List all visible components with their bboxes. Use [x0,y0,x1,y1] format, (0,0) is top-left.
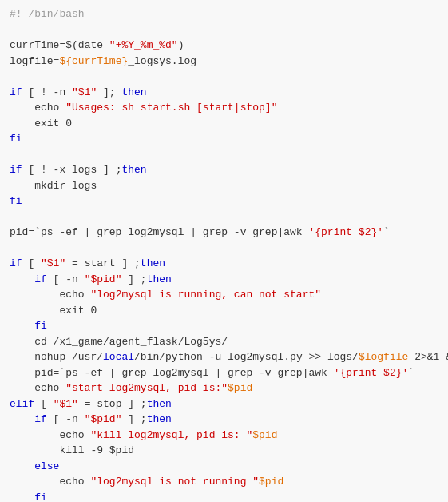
code-line: #! /bin/bash [10,6,438,22]
code-token: fi [10,133,22,145]
code-token: "$1" [41,257,65,269]
code-token: then [121,86,146,98]
code-token: = start ] ; [65,257,141,269]
code-token: [ -n [47,413,85,425]
code-token: then [147,273,172,285]
code-token: "$pid" [85,273,122,285]
code-line: fi [10,193,438,209]
code-token: if [10,273,47,285]
code-token: 2>&1 & [408,351,448,363]
code-token: '{print $2}' [308,226,383,238]
code-line: if [ ! -x logs ] ;then [10,162,438,178]
code-line: echo "Usages: sh start.sh [start|stop]" [10,100,438,116]
code-token: pid=`ps -ef | grep log2mysql | grep -v g… [10,226,308,238]
code-token: else [10,460,59,472]
code-token: [ [22,257,41,269]
code-line: echo "kill log2mysql, pid is: "$pid [10,428,438,444]
code-token: [ ! -x logs ] ; [22,164,122,176]
code-token: then [141,257,165,269]
code-token: $( [65,39,78,51]
code-line: elif [ "$1" = stop ] ;then [10,396,438,412]
code-token: "log2mysql is running, can not start" [90,289,321,301]
code-line: fi [10,131,438,147]
code-token: "Usages: sh start.sh [start|stop]" [65,102,277,114]
code-line: nohup /usr/local/bin/python -u log2mysql… [10,349,438,365]
code-token: currTime= [10,39,65,51]
code-token: then [121,164,146,176]
code-token: echo [10,102,65,114]
code-token: [ [34,398,53,410]
code-line: if [ "$1" = start ] ;then [10,256,438,272]
code-token: cd /x1_game/agent_flask/Log5ys/ [10,336,228,348]
code-token: fi [10,492,47,503]
code-token: echo [10,382,65,394]
code-line: currTime=$(date "+%Y_%m_%d") [10,38,438,54]
code-token: echo [10,476,90,488]
code-editor: #! /bin/bash currTime=$(date "+%Y_%m_%d"… [0,0,448,502]
code-token: if [10,164,22,176]
code-line: echo "log2mysql is running, can not star… [10,287,438,303]
code-token: '{print $2}' [334,367,409,379]
code-token: ) [178,39,184,51]
code-token: echo [10,429,90,441]
code-token: if [10,86,22,98]
code-line: if [ -n "$pid" ] ;then [10,272,438,288]
code-token: if [10,413,47,425]
code-line [10,69,438,85]
code-token: "$pid" [85,413,122,425]
code-line: pid=`ps -ef | grep log2mysql | grep -v g… [10,225,438,241]
code-token: then [147,398,172,410]
code-token: exit 0 [10,118,72,129]
code-token: echo [10,289,90,301]
code-token: "kill log2mysql, pid is: " [90,429,252,441]
code-line: fi [10,318,438,334]
code-token: [ ! -n [22,86,72,98]
code-token: "$1" [72,86,97,98]
code-line: mkdir logs [10,178,438,194]
code-token: if [10,257,22,269]
code-line: cd /x1_game/agent_flask/Log5ys/ [10,334,438,350]
code-token: [ -n [47,273,85,285]
code-line: if [ ! -n "$1" ]; then [10,85,438,101]
code-token: ] ; [121,273,146,285]
code-line [10,22,438,38]
code-token: = stop ] ; [78,398,147,410]
code-token: "+%Y_%m_%d" [103,39,178,51]
code-token: $pid [252,429,277,441]
code-token: ] ; [121,413,146,425]
code-line: pid=`ps -ef | grep log2mysql | grep -v g… [10,365,438,381]
code-token: ` [408,367,414,379]
code-token: kill -9 $pid [10,444,134,456]
code-token: pid=`ps -ef | grep log2mysql | grep -v g… [10,367,334,379]
code-token: logfile= [10,55,59,67]
code-token: ${currTime} [59,55,128,67]
code-line: else [10,459,438,475]
code-token: fi [10,195,22,207]
code-content: #! /bin/bash currTime=$(date "+%Y_%m_%d"… [10,6,438,502]
code-token: "log2mysql is not running " [90,476,259,488]
code-line: kill -9 $pid [10,443,438,459]
code-token: exit 0 [10,305,97,317]
code-line: if [ -n "$pid" ] ;then [10,412,438,428]
code-token: #! /bin/bash [10,8,85,20]
code-token: "start log2mysql, pid is:" [65,382,228,394]
code-line: exit 0 [10,303,438,319]
code-token: _logsys.log [128,55,196,67]
code-token: "$1" [54,398,78,410]
code-line: echo "start log2mysql, pid is:"$pid [10,380,438,396]
code-token: then [147,413,172,425]
code-token: ]; [97,86,121,98]
code-token: local [103,351,134,363]
code-line: exit 0 [10,116,438,132]
code-token: mkdir logs [10,180,97,192]
code-token: /bin/python -u log2mysql.py >> logs/ [134,351,359,363]
code-line [10,209,438,225]
code-line [10,241,438,257]
code-token: $logfile [359,351,408,363]
code-token: $pid [228,382,252,394]
code-token: nohup /usr/ [10,351,103,363]
code-token: fi [10,320,47,332]
code-line [10,147,438,163]
code-token: $pid [259,476,283,488]
code-line: fi [10,490,438,503]
